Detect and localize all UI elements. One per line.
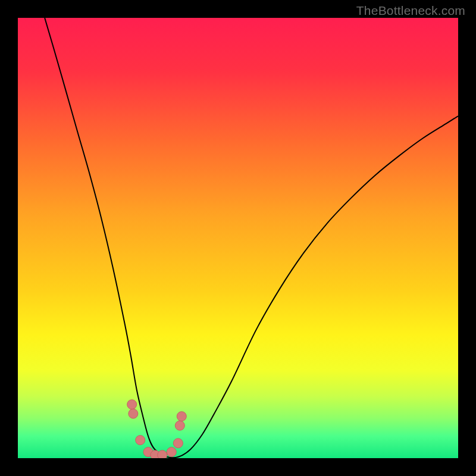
marker-point (129, 409, 138, 418)
chart-frame: TheBottleneck.com (0, 0, 476, 476)
marker-point (136, 436, 145, 445)
marker-point (175, 421, 184, 430)
chart-svg (18, 18, 458, 458)
gradient-background (18, 18, 458, 458)
watermark-text: TheBottleneck.com (356, 4, 465, 18)
marker-point (177, 412, 186, 421)
marker-point (167, 447, 176, 457)
marker-point (173, 439, 183, 448)
marker-point (127, 400, 137, 409)
marker-point (158, 450, 167, 458)
plot-area (18, 18, 458, 458)
